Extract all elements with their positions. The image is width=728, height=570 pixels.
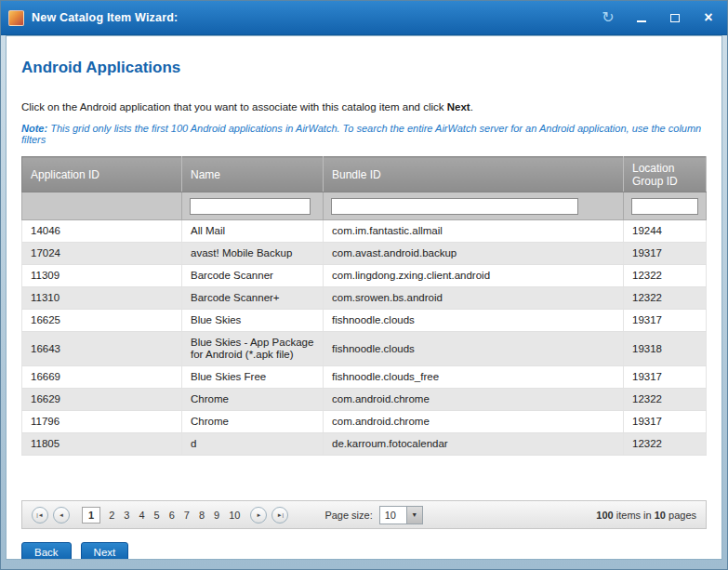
cell-application-id: 14046 — [22, 220, 182, 243]
table-row[interactable]: 17024avast! Mobile Backupcom.avast.andro… — [22, 243, 707, 265]
cell-bundle-id: com.lingdong.zxing.client.android — [324, 265, 624, 287]
maximize-icon[interactable] — [668, 10, 682, 25]
filter-cell-application-id — [22, 192, 182, 220]
table-row[interactable]: 11310Barcode Scanner+com.srowen.bs.andro… — [22, 287, 707, 310]
cell-name: Chrome — [182, 411, 324, 433]
page-size-dropdown[interactable]: 10 ▼ — [379, 506, 423, 524]
cell-name: Blue Skies Free — [182, 366, 324, 389]
minimize-icon[interactable] — [634, 10, 649, 25]
column-header-name[interactable]: Name — [182, 157, 324, 192]
cell-application-id: 11309 — [22, 265, 182, 287]
instruction-text: Click on the Android application that yo… — [21, 101, 707, 113]
column-header-location-group-id[interactable]: Location Group ID — [624, 157, 707, 192]
cell-location-group-id: 12322 — [624, 287, 707, 310]
cell-location-group-id: 12322 — [624, 389, 707, 411]
cell-name: Barcode Scanner — [182, 265, 324, 287]
page-size-value: 10 — [379, 506, 407, 524]
close-icon[interactable]: × — [701, 10, 716, 25]
window-controls: ↻ × — [601, 10, 716, 25]
cell-name: d — [182, 433, 324, 456]
pager-first-button[interactable]: |◄ — [32, 507, 48, 524]
pager-page-9[interactable]: 9 — [214, 510, 219, 521]
filter-cell-location-group-id — [624, 192, 707, 220]
cell-bundle-id: com.avast.android.backup — [324, 243, 624, 265]
app-icon — [8, 10, 24, 26]
pager-page-1[interactable]: 1 — [82, 507, 100, 524]
cell-location-group-id: 19317 — [624, 243, 707, 265]
pager-page-7[interactable]: 7 — [184, 510, 190, 521]
table-row[interactable]: 14046All Mailcom.im.fantastic.allmail192… — [22, 220, 707, 243]
bundle-id-filter-input[interactable] — [331, 198, 578, 215]
pager-next-button[interactable]: ► — [250, 507, 267, 524]
cell-application-id: 16625 — [22, 310, 182, 332]
footer-buttons: Back Next — [21, 542, 707, 560]
cell-location-group-id: 19317 — [624, 411, 707, 433]
pager-page-5[interactable]: 5 — [154, 510, 160, 521]
table-row[interactable]: 11309Barcode Scannercom.lingdong.zxing.c… — [22, 265, 707, 287]
cell-application-id: 11796 — [22, 411, 182, 433]
pager-page-2[interactable]: 2 — [109, 510, 114, 521]
pager-page-10[interactable]: 10 — [229, 510, 240, 521]
cell-name: Blue Skies - App Package for Android (*.… — [182, 332, 324, 366]
cell-name: All Mail — [182, 220, 324, 243]
page-title: Android Applications — [21, 59, 707, 77]
cell-name: Barcode Scanner+ — [182, 287, 324, 310]
pager-pages: 12345678910 — [78, 507, 245, 524]
cell-application-id: 16669 — [22, 366, 182, 389]
cell-bundle-id: fishnoodle.clouds — [324, 332, 624, 366]
table-row[interactable]: 11796Chromecom.android.chrome19317 — [22, 411, 707, 433]
pager-summary: 100 items in 10 pages — [596, 510, 696, 521]
cell-bundle-id: com.im.fantastic.allmail — [324, 220, 624, 243]
pager: |◄ ◄ 12345678910 ► ►| Page size: 10 ▼ 10… — [21, 500, 707, 529]
cell-bundle-id: fishnoodle.clouds_free — [324, 366, 624, 389]
pager-page-8[interactable]: 8 — [199, 510, 205, 521]
note-label: Note: — [21, 123, 47, 134]
next-button[interactable]: Next — [81, 542, 129, 560]
cell-application-id: 17024 — [22, 243, 182, 265]
table-row[interactable]: 16669Blue Skies Freefishnoodle.clouds_fr… — [22, 366, 707, 389]
cell-application-id: 16629 — [22, 389, 182, 411]
cell-name: Chrome — [182, 389, 324, 411]
cell-application-id: 11805 — [22, 433, 182, 456]
grid-filter-row — [22, 192, 707, 220]
cell-application-id: 16643 — [22, 332, 182, 366]
column-header-application-id[interactable]: Application ID — [22, 157, 182, 192]
table-row[interactable]: 11805dde.karroum.fotocalendar12322 — [22, 433, 707, 456]
grid-header-row: Application ID Name Bundle ID Location G… — [22, 157, 707, 192]
cell-name: Blue Skies — [182, 310, 324, 332]
window-title: New Catalog Item Wizard: — [32, 11, 179, 24]
cell-bundle-id: com.android.chrome — [324, 411, 624, 433]
cell-location-group-id: 19244 — [624, 220, 707, 243]
location-group-id-filter-input[interactable] — [631, 198, 698, 215]
wizard-window: New Catalog Item Wizard: ↻ × Android App… — [0, 0, 728, 570]
page-size-control: Page size: 10 ▼ — [324, 506, 422, 524]
cell-location-group-id: 12322 — [624, 265, 707, 287]
cell-location-group-id: 12322 — [624, 433, 707, 456]
column-header-bundle-id[interactable]: Bundle ID — [324, 157, 624, 192]
dropdown-arrow-icon[interactable]: ▼ — [407, 506, 423, 524]
grid-body: 14046All Mailcom.im.fantastic.allmail192… — [22, 220, 707, 456]
cell-bundle-id: com.android.chrome — [324, 389, 624, 411]
filter-cell-name — [182, 192, 324, 220]
table-row[interactable]: 16625Blue Skiesfishnoodle.clouds19317 — [22, 310, 707, 332]
applications-grid: Application ID Name Bundle ID Location G… — [21, 156, 707, 456]
table-row[interactable]: 16629Chromecom.android.chrome12322 — [22, 389, 707, 411]
pager-page-6[interactable]: 6 — [169, 510, 175, 521]
note-text: Note: This grid only lists the first 100… — [21, 123, 707, 145]
cell-name: avast! Mobile Backup — [182, 243, 324, 265]
name-filter-input[interactable] — [190, 198, 311, 215]
pager-prev-button[interactable]: ◄ — [53, 507, 70, 524]
pager-page-4[interactable]: 4 — [139, 510, 144, 521]
titlebar: New Catalog Item Wizard: ↻ × — [1, 1, 727, 35]
filter-cell-bundle-id — [324, 192, 624, 220]
pager-last-button[interactable]: ►| — [271, 507, 288, 524]
cell-bundle-id: de.karroum.fotocalendar — [324, 433, 624, 456]
cell-location-group-id: 19318 — [624, 332, 707, 366]
refresh-icon[interactable]: ↻ — [601, 10, 615, 25]
pager-page-3[interactable]: 3 — [124, 510, 129, 521]
wizard-content: Android Applications Click on the Androi… — [6, 35, 722, 560]
back-button[interactable]: Back — [21, 542, 72, 560]
table-row[interactable]: 16643Blue Skies - App Package for Androi… — [22, 332, 707, 366]
cell-bundle-id: com.srowen.bs.android — [324, 287, 624, 310]
cell-application-id: 11310 — [22, 287, 182, 310]
